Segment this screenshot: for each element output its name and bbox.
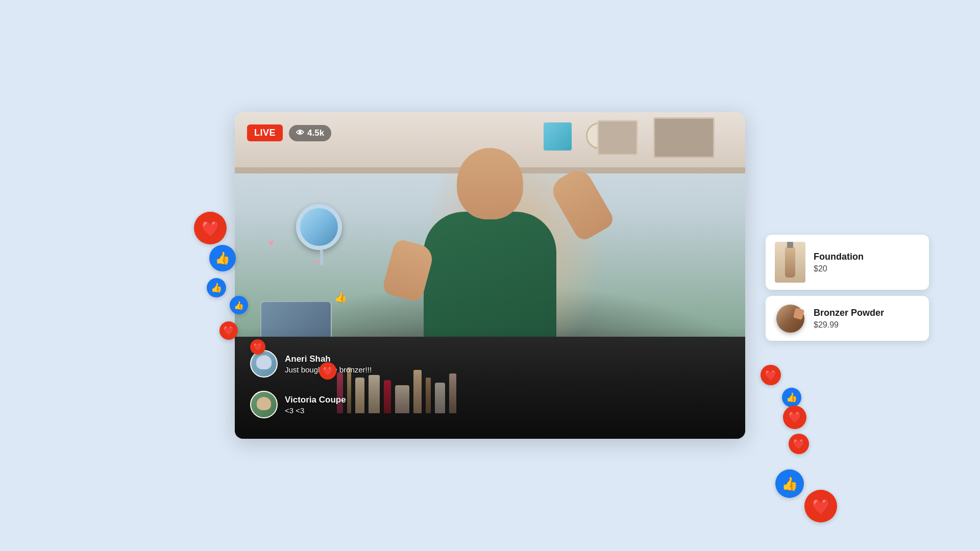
thumb-large[interactable]: 👍 bbox=[209, 245, 236, 271]
comment-1: Aneri Shah Just bought the bronzer!!! bbox=[250, 350, 372, 378]
product-card-foundation[interactable]: Foundation $20 bbox=[766, 235, 929, 290]
live-badge: LIVE 👁 4.5k bbox=[247, 124, 331, 141]
bronzer-name: Bronzer Powder bbox=[814, 308, 920, 318]
r-heart2[interactable]: ❤️ bbox=[783, 406, 806, 429]
small-thumb-1: 👍 bbox=[334, 291, 347, 303]
heart-med1[interactable]: ❤️ bbox=[219, 321, 238, 340]
video-scene bbox=[235, 112, 745, 439]
mirror bbox=[296, 204, 347, 265]
commenter-name-2: Victoria Coupe bbox=[285, 395, 346, 405]
heart-large[interactable]: ❤️ bbox=[194, 212, 227, 244]
product-card-bronzer[interactable]: Bronzer Powder $29.99 bbox=[766, 296, 929, 341]
r-heart1[interactable]: ❤️ bbox=[761, 365, 781, 385]
r-thumb2[interactable]: 👍 bbox=[775, 469, 804, 498]
video-gradient bbox=[235, 327, 745, 439]
comment-2: Victoria Coupe <3 <3 bbox=[250, 391, 346, 418]
avatar-victoria bbox=[250, 391, 278, 418]
heart-pip-reaction[interactable]: ❤️ bbox=[319, 362, 336, 380]
live-label: LIVE bbox=[247, 124, 283, 141]
viewer-count: 👁 4.5k bbox=[289, 125, 331, 141]
thumb-med2[interactable]: 👍 bbox=[230, 296, 248, 314]
bronzer-compact-icon bbox=[776, 305, 804, 333]
product-cards: Foundation $20 Bronzer Powder $29.99 bbox=[766, 235, 929, 341]
foundation-info: Foundation $20 bbox=[814, 252, 920, 273]
bronzer-info: Bronzer Powder $29.99 bbox=[814, 308, 920, 330]
thumb-med1[interactable]: 👍 bbox=[207, 278, 226, 297]
small-heart-1: ♥ bbox=[268, 237, 274, 249]
small-heart-2: ♥ bbox=[314, 258, 319, 267]
comment-text-2: Victoria Coupe <3 <3 bbox=[285, 395, 346, 415]
bronzer-price: $29.99 bbox=[814, 320, 920, 330]
foundation-bottle-icon bbox=[785, 247, 795, 278]
bronzer-image bbox=[775, 303, 805, 334]
r-thumb1[interactable]: 👍 bbox=[782, 388, 801, 407]
avatar-aneri bbox=[250, 350, 278, 378]
comment-message-2: <3 <3 bbox=[285, 406, 346, 415]
heart-med2[interactable]: ❤️ bbox=[250, 339, 265, 355]
foundation-name: Foundation bbox=[814, 252, 920, 262]
eye-icon: 👁 bbox=[296, 129, 304, 138]
r-heart3[interactable]: ❤️ bbox=[789, 434, 809, 454]
page-wrapper: LIVE 👁 4.5k ❤️ 👍 👍 👍 ❤️ ❤️ ❤️ ♥ ♥ 👍 👍 ♥ … bbox=[0, 0, 980, 551]
foundation-image bbox=[775, 242, 805, 283]
foundation-price: $20 bbox=[814, 264, 920, 273]
r-heart4[interactable]: ❤️ bbox=[804, 490, 837, 522]
video-container: LIVE 👁 4.5k ❤️ 👍 👍 👍 ❤️ ❤️ ❤️ ♥ ♥ 👍 👍 ♥ … bbox=[235, 112, 745, 439]
